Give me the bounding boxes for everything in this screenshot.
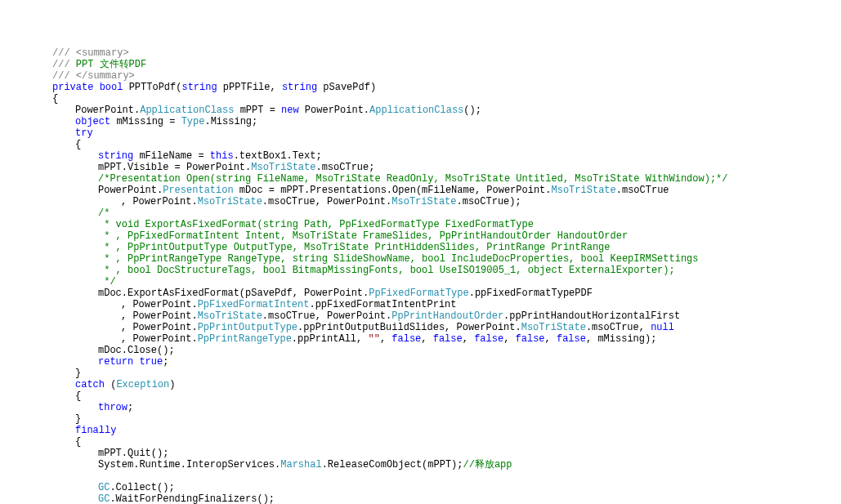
- code-token: false: [474, 333, 503, 345]
- code-token: false: [557, 333, 586, 345]
- code-line: mDoc.Close();: [7, 345, 841, 356]
- code-token: MsoTriState: [198, 310, 262, 322]
- code-token: ,: [421, 333, 432, 345]
- code-token: .ppPrintHandoutHorizontalFirst: [503, 310, 680, 322]
- code-token: PPTToPdf(: [123, 82, 181, 93]
- code-token: ): [169, 379, 175, 390]
- code-line: * , PpPrintRangeType RangeType, string S…: [7, 253, 841, 265]
- code-token: string: [282, 82, 317, 93]
- code-token: Presentation: [163, 185, 233, 196]
- code-token: .ppFixedFormatIntentPrint: [309, 299, 456, 310]
- code-token: null: [651, 322, 674, 333]
- code-token: {: [52, 93, 58, 105]
- code-token: .WaitForPendingFinalizers();: [110, 493, 275, 504]
- code-token: pSavePdf): [317, 82, 376, 93]
- code-line: {: [7, 390, 841, 402]
- code-token: , PowerPoint.: [121, 310, 198, 322]
- code-token: ///: [52, 47, 76, 59]
- code-token: [93, 82, 99, 93]
- code-token: try: [75, 127, 93, 139]
- code-token: false: [433, 333, 463, 345]
- code-line: System.Runtime.InteropServices.Marshal.R…: [7, 459, 841, 471]
- code-token: ,: [380, 333, 391, 345]
- code-token: System.Runtime.InteropServices.: [98, 459, 280, 471]
- code-token: PowerPoint.: [98, 185, 163, 196]
- code-line: , PowerPoint.PpPrintOutputType.ppPrintOu…: [7, 322, 841, 333]
- code-token: string: [98, 150, 133, 162]
- code-line: {: [7, 93, 841, 105]
- code-token: .Missing;: [204, 116, 257, 127]
- code-token: bool: [100, 82, 123, 93]
- code-token: {: [75, 436, 81, 448]
- code-token: mPPT =: [234, 105, 281, 116]
- code-token: string: [181, 82, 217, 93]
- code-token: mDoc.ExportAsFixedFormat(pSavePdf, Power…: [98, 288, 369, 299]
- code-token: PpPrintOutputType: [198, 322, 297, 333]
- code-token: this: [210, 150, 234, 162]
- code-line: * , bool DocStructureTags, bool BitmapMi…: [7, 265, 841, 276]
- code-line: GC.Collect();: [7, 482, 841, 493]
- code-token: Type: [181, 116, 205, 127]
- code-token: /*Presentation Open(string FileName, Mso…: [98, 173, 728, 185]
- code-token: ApplicationClass: [369, 105, 463, 116]
- code-token: , PowerPoint.: [121, 322, 198, 333]
- code-token: "": [368, 333, 379, 345]
- code-token: , PowerPoint.: [121, 299, 198, 310]
- code-token: .ppFixedFormatTypePDF: [469, 288, 593, 299]
- code-token: * , PpFixedFormatIntent Intent, MsoTriSt…: [98, 230, 628, 242]
- code-token: ();: [463, 105, 481, 116]
- code-token: mDoc = mPPT.Presentations.Open(mFileName…: [234, 185, 552, 196]
- code-token: MsoTriState: [251, 162, 315, 173]
- code-line: }: [7, 413, 841, 425]
- code-token: * , bool DocStructureTags, bool BitmapMi…: [98, 265, 675, 276]
- code-token: catch: [75, 379, 105, 390]
- code-token: ///: [52, 59, 76, 70]
- code-token: .msoCTrue, PowerPoint.: [262, 310, 391, 322]
- code-token: }: [75, 413, 81, 425]
- code-token: {: [75, 390, 81, 402]
- code-line: catch (Exception): [7, 379, 841, 390]
- code-token: ,: [463, 333, 474, 345]
- code-token: true: [139, 356, 163, 368]
- code-token: PpPrintHandoutOrder: [391, 310, 503, 322]
- code-line: private bool PPTToPdf(string pPPTFile, s…: [7, 82, 841, 93]
- code-token: .msoCTrue, PowerPoint.: [262, 196, 391, 207]
- code-token: //释放app: [463, 459, 512, 471]
- code-line: */: [7, 276, 841, 288]
- code-token: MsoTriState: [198, 196, 262, 207]
- code-token: MsoTriState: [521, 322, 586, 333]
- code-token: mPPT.Visible = PowerPoint.: [98, 162, 251, 173]
- code-token: .msoCTrue);: [457, 196, 521, 207]
- code-token: .msoCTrue;: [315, 162, 374, 173]
- code-line: , PowerPoint.PpFixedFormatIntent.ppFixed…: [7, 299, 841, 310]
- code-line: * , PpFixedFormatIntent Intent, MsoTriSt…: [7, 230, 841, 242]
- code-line: }: [7, 368, 841, 379]
- code-token: mDoc.Close();: [98, 345, 175, 356]
- code-token: mPPT.Quit();: [98, 448, 168, 459]
- code-token: pPPTFile,: [217, 82, 282, 93]
- code-line: /// PPT 文件转PDF: [7, 59, 841, 70]
- code-editor-content: /// <summary>/// PPT 文件转PDF/// </summary…: [7, 47, 841, 504]
- code-line: * , PpPrintOutputType OutputType, MsoTri…: [7, 242, 841, 253]
- code-token: * void ExportAsFixedFormat(string Path, …: [98, 219, 534, 230]
- code-token: .msoCTrue: [616, 185, 669, 196]
- code-line: , PowerPoint.MsoTriState.msoCTrue, Power…: [7, 196, 841, 207]
- code-token: private: [52, 82, 93, 93]
- code-token: MsoTriState: [552, 185, 616, 196]
- code-line: /// </summary>: [7, 70, 841, 82]
- code-token: GC: [98, 482, 110, 493]
- code-line: , PowerPoint.MsoTriState.msoCTrue, Power…: [7, 310, 841, 322]
- code-token: * , PpPrintOutputType OutputType, MsoTri…: [98, 242, 611, 253]
- code-line: [7, 471, 841, 482]
- code-line: , PowerPoint.PpPrintRangeType.ppPrintAll…: [7, 333, 841, 345]
- code-token: ///: [52, 70, 76, 82]
- code-line: return true;: [7, 356, 841, 368]
- code-token: GC: [98, 493, 110, 504]
- code-line: string mFileName = this.textBox1.Text;: [7, 150, 841, 162]
- code-token: PpFixedFormatType: [369, 288, 468, 299]
- code-line: * void ExportAsFixedFormat(string Path, …: [7, 219, 841, 230]
- code-token: , PowerPoint.: [121, 333, 198, 345]
- code-token: .msoCTrue,: [586, 322, 651, 333]
- code-token: */: [98, 276, 116, 288]
- code-token: .ReleaseComObject(mPPT);: [322, 459, 463, 471]
